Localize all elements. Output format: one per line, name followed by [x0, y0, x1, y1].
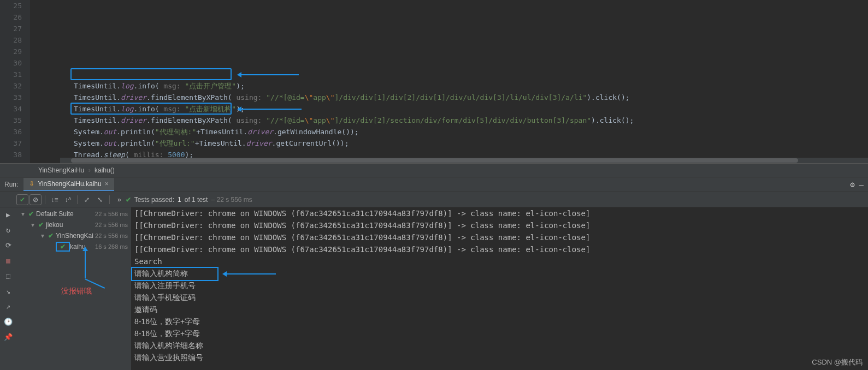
chevron-down-icon[interactable]: ▾ — [39, 232, 46, 240]
console-line: [[ChromeDriver: chrome on WINDOWS (f67ac… — [134, 231, 868, 243]
show-passed-icon[interactable]: ✔ — [16, 194, 28, 205]
console-line: 请输入机构详细名称 — [134, 339, 868, 351]
line-number: 26 — [0, 11, 22, 23]
console-line: Search — [134, 255, 868, 267]
pass-check-icon: ✔ — [48, 232, 54, 240]
pass-check-icon: ✔ — [60, 243, 66, 250]
line-number: 38 — [0, 149, 22, 160]
run-tool-window-header: Run: ⇩ YinShengKaiHu.kaihu × ⚙ — — [0, 177, 868, 192]
console-line: [[ChromeDriver: chrome on WINDOWS (f67ac… — [134, 219, 868, 231]
toggle-auto-test-icon[interactable]: ⟳ — [3, 240, 13, 250]
code-line[interactable]: System.out.println("代理url:"+TimesUntil.d… — [30, 138, 868, 149]
pin-icon[interactable]: 📌 — [3, 332, 13, 342]
run-label: Run: — [0, 181, 23, 188]
chevron-right-icon[interactable]: » — [117, 196, 121, 204]
tree-row[interactable]: ▾✔jiekou22 s 556 ms — [16, 219, 131, 230]
code-content[interactable]: TimesUntil.log.info( msg: "点击开户管理");Time… — [30, 0, 868, 163]
watermark: CSDN @搬代码 — [812, 357, 863, 367]
history-icon[interactable]: 🕑 — [3, 317, 13, 326]
test-toolbar: ✔ ⊘ ↓≡ ↓ᴬ ⤢ ⤡ » ✔ Tests passed: 1 of 1 t… — [0, 192, 868, 207]
annotation-arrow-1 — [239, 74, 299, 75]
code-line[interactable]: System.out.println("代理句柄:"+TimesUntil.dr… — [30, 126, 868, 138]
tree-item-label: YinShengKai — [56, 232, 95, 240]
sort-icon[interactable]: ↓≡ — [49, 194, 61, 205]
line-number: 30 — [0, 57, 22, 69]
pass-check-icon: ✔ — [126, 196, 131, 204]
pass-check-icon: ✔ — [28, 210, 34, 218]
code-line[interactable]: TimesUntil.log.info( msg: "点击新增机构"); — [30, 103, 868, 115]
tree-row[interactable]: ✔kaihu16 s 268 ms — [16, 241, 131, 252]
tree-row[interactable]: ▾✔Default Suite22 s 556 ms — [16, 208, 131, 219]
annotation-arrow-tree — [85, 248, 86, 278]
scrollbar-thumb[interactable] — [71, 158, 798, 163]
console-line: 请输入营业执照编号 — [134, 351, 868, 363]
line-number-gutter: 2526272829303132333435363738 — [0, 0, 30, 163]
line-number: 34 — [0, 103, 22, 115]
tree-row[interactable]: ▾✔YinShengKai22 s 556 ms — [16, 230, 131, 241]
console-line: [[ChromeDriver: chrome on WINDOWS (f67ac… — [134, 207, 868, 219]
minimize-icon[interactable]: — — [859, 180, 864, 189]
rerun-failed-icon[interactable]: ↻ — [3, 225, 13, 235]
tree-item-time: 22 s 556 ms — [95, 232, 128, 239]
console-line: 邀请码 — [134, 303, 868, 315]
line-number: 29 — [0, 46, 22, 57]
breadcrumb-method[interactable]: kaihu() — [95, 166, 115, 174]
expand-all-icon[interactable]: ⤢ — [81, 194, 93, 205]
separator — [77, 195, 78, 204]
console-line: [[ChromeDriver: chrome on WINDOWS (f67ac… — [134, 243, 868, 255]
line-number: 28 — [0, 34, 22, 46]
console-output[interactable]: [[ChromeDriver: chrome on WINDOWS (f67ac… — [131, 207, 868, 370]
code-line[interactable]: TimesUntil.driver.findElementByXPath( us… — [30, 115, 868, 126]
code-editor[interactable]: 2526272829303132333435363738 TimesUntil.… — [0, 0, 868, 164]
console-line: 请输入手机验证码 — [134, 291, 868, 303]
run-side-toolbar: ▶ ↻ ⟳ ■ ⬚ ↘ ↗ 🕑 📌 — [0, 207, 16, 370]
tree-item-time: 22 s 556 ms — [95, 222, 128, 228]
breadcrumb[interactable]: YinShengKaiHu › kaihu() — [0, 164, 868, 177]
annotation-box-1 — [70, 68, 232, 80]
breadcrumb-class[interactable]: YinShengKaiHu — [38, 166, 84, 174]
line-number: 27 — [0, 23, 22, 34]
chevron-down-icon[interactable]: ▾ — [20, 210, 26, 218]
line-number: 33 — [0, 92, 22, 103]
run-tab[interactable]: ⇩ YinShengKaiHu.kaihu × — [23, 178, 114, 191]
tree-item-label: jiekou — [46, 221, 95, 229]
console-line: 8-16位，数字+字母 — [134, 327, 868, 339]
line-number: 36 — [0, 126, 22, 138]
tests-of-text: of 1 test — [185, 196, 208, 204]
gear-icon[interactable]: ⚙ — [850, 180, 854, 189]
separator — [109, 195, 110, 204]
tests-elapsed: – 22 s 556 ms — [211, 196, 252, 204]
line-number: 31 — [0, 69, 22, 80]
pass-check-icon: ✔ — [38, 221, 44, 229]
code-line[interactable]: TimesUntil.driver.findElementByXPath( us… — [30, 92, 868, 103]
sort-alpha-icon[interactable]: ↓ᴬ — [62, 194, 74, 205]
line-number: 35 — [0, 115, 22, 126]
separator — [45, 195, 45, 204]
stop-icon[interactable]: ■ — [3, 255, 13, 265]
console-line: 请输入注册手机号 — [134, 279, 868, 291]
export-tests-icon[interactable]: ↗ — [3, 301, 13, 311]
tree-item-time: 16 s 268 ms — [95, 243, 128, 250]
chevron-down-icon[interactable]: ▾ — [29, 221, 36, 229]
horizontal-scrollbar[interactable] — [60, 158, 868, 163]
tests-passed-count: 1 — [178, 196, 181, 204]
import-tests-icon[interactable]: ↘ — [3, 286, 13, 296]
line-number: 32 — [0, 80, 22, 92]
rerun-icon[interactable]: ▶ — [3, 210, 13, 219]
collapse-all-icon[interactable]: ⤡ — [94, 194, 106, 205]
dump-icon[interactable]: ⬚ — [3, 271, 13, 281]
show-ignored-icon[interactable]: ⊘ — [29, 194, 42, 205]
console-line: 8-16位，数字+字母 — [134, 315, 868, 327]
line-number: 37 — [0, 138, 22, 149]
test-tree[interactable]: ▾✔Default Suite22 s 556 ms▾✔jiekou22 s 5… — [16, 207, 131, 370]
annotation-arrow-console — [224, 273, 276, 274]
tests-passed-label: Tests passed: — [134, 196, 174, 204]
run-tool-window-body: ▶ ↻ ⟳ ■ ⬚ ↘ ↗ 🕑 📌 ▾✔Default Suite22 s 55… — [0, 207, 868, 370]
tree-item-time: 22 s 556 ms — [95, 211, 128, 217]
test-config-icon: ⇩ — [29, 180, 34, 188]
close-icon[interactable]: × — [105, 180, 109, 188]
run-tab-title: YinShengKaiHu.kaihu — [38, 180, 101, 188]
code-line[interactable]: TimesUntil.log.info( msg: "点击开户管理"); — [30, 80, 868, 92]
breadcrumb-separator: › — [88, 166, 91, 174]
line-number: 25 — [0, 0, 22, 11]
